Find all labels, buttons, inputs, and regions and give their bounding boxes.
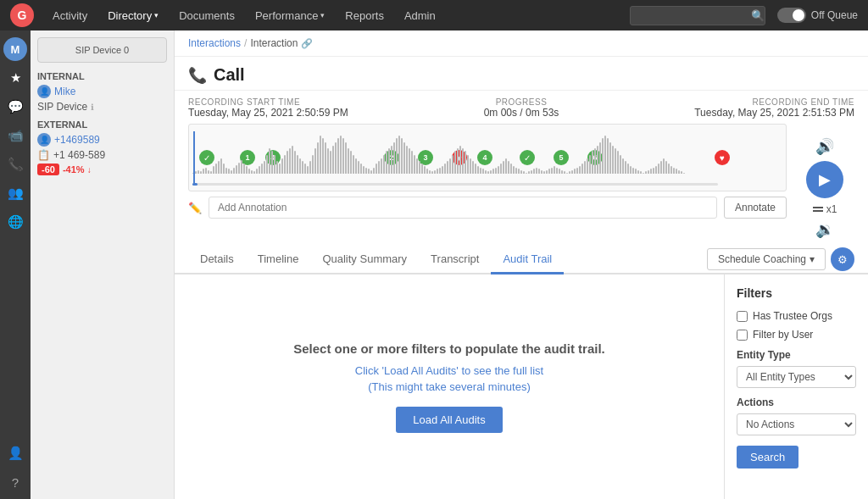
sip-device-box: SIP Device 0 <box>37 37 167 63</box>
directory-dropdown-arrow: ▾ <box>154 11 159 19</box>
playhead <box>193 131 195 184</box>
has-trustee-orgs-check: Has Trustee Orgs <box>737 310 856 322</box>
annotation-row: ✏️ Annotate <box>188 197 787 219</box>
score-badge: -60 <box>37 164 59 175</box>
sidebar-icon-video[interactable]: 📹 <box>3 124 27 147</box>
progress-label: PROGRESS <box>484 97 559 107</box>
external-phone2-row: 📋 +1 469-589 <box>37 149 167 161</box>
search-button[interactable]: Search <box>737 446 798 469</box>
entity-type-select[interactable]: All Entity Types <box>737 366 856 388</box>
audit-main-message: Select one or more filters to populate t… <box>293 341 605 356</box>
sidebar-icon-star[interactable]: ★ <box>3 66 27 90</box>
tab-details[interactable]: Details <box>188 246 246 274</box>
has-trustee-label: Has Trustee Orgs <box>753 310 832 322</box>
actions-select[interactable]: No Actions <box>737 413 856 435</box>
breadcrumb: Interactions / Interaction 🔗 <box>175 30 868 57</box>
filters-title: Filters <box>737 286 856 300</box>
sidebar-icon-chat[interactable]: 💬 <box>3 95 27 119</box>
sidebar-icon-help[interactable]: ? <box>3 470 27 494</box>
nav-item-directory[interactable]: Directory ▾ <box>99 6 167 25</box>
sidebar-icon-person[interactable]: 👤 <box>3 441 27 465</box>
global-search[interactable]: 🔍 <box>630 6 765 25</box>
internal-device-row: SIP Device ℹ <box>37 101 167 113</box>
recording-start-block: RECORDING START TIME Tuesday, May 25, 20… <box>188 97 348 119</box>
breadcrumb-separator: / <box>244 37 247 49</box>
filter-by-user-label: Filter by User <box>753 329 813 341</box>
progress-value: 0m 00s / 0m 53s <box>484 107 559 119</box>
speed-row: x1 <box>813 203 837 215</box>
external-user-icon: 👤 <box>37 133 51 147</box>
volume-down-icon[interactable]: 🔉 <box>815 220 834 239</box>
search-icon: 🔍 <box>751 9 765 22</box>
sip-device-label: SIP Device 0 <box>45 45 159 55</box>
progress-block: PROGRESS 0m 00s / 0m 53s <box>484 97 559 119</box>
info-panel: SIP Device 0 INTERNAL 👤 Mike SIP Device … <box>31 30 175 499</box>
annotate-button[interactable]: Annotate <box>724 197 787 219</box>
actions-label: Actions <box>737 396 856 408</box>
schedule-coaching-button[interactable]: Schedule Coaching ▾ <box>707 248 826 270</box>
filters-panel: Filters Has Trustee Orgs Filter by User … <box>724 274 868 499</box>
toggle-knob <box>793 9 804 21</box>
progress-fill <box>192 183 198 186</box>
icon-sidebar: M ★ 💬 📹 📞 👥 🌐 👤 ? <box>0 30 31 499</box>
tabs: Details Timeline Quality Summary Transcr… <box>175 246 868 274</box>
search-input[interactable] <box>637 9 748 21</box>
tab-quality-summary[interactable]: Quality Summary <box>310 246 419 274</box>
external-phone2-icon: 📋 <box>37 149 50 161</box>
recording-end-label: RECORDING END TIME <box>694 97 854 107</box>
load-all-audits-button[interactable]: Load All Audits <box>396 407 502 433</box>
playback-controls: 🔊 ▶ x1 🔉 <box>795 124 854 239</box>
audit-main: Select one or more filters to populate t… <box>175 274 724 499</box>
internal-section-label: INTERNAL <box>37 71 167 81</box>
nav-item-activity[interactable]: Activity <box>44 6 96 25</box>
entity-type-label: Entity Type <box>737 349 856 361</box>
trend-icon: ↓ <box>87 165 92 175</box>
queue-toggle[interactable]: Off Queue <box>777 8 858 23</box>
avatar: M <box>3 37 27 61</box>
nav-item-documents[interactable]: Documents <box>170 6 243 25</box>
tab-transcript[interactable]: Transcript <box>419 246 491 274</box>
recording-end-block: RECORDING END TIME Tuesday, May 25, 2021… <box>694 97 854 119</box>
filter-button[interactable]: ⚙ <box>831 247 854 271</box>
sidebar-icon-phone[interactable]: 📞 <box>3 152 27 176</box>
sidebar-icon-users[interactable]: 👥 <box>3 181 27 205</box>
recording-end-value: Tuesday, May 25, 2021 2:51:53 PM <box>694 107 854 119</box>
app-logo: G <box>10 3 34 27</box>
recording-meta: RECORDING START TIME Tuesday, May 25, 20… <box>188 97 854 119</box>
has-trustee-checkbox[interactable] <box>737 311 748 322</box>
content-area: Interactions / Interaction 🔗 📞 Call RECO… <box>175 30 868 499</box>
audit-sub-message-line2: (This might take several minutes) <box>368 380 530 393</box>
progress-track[interactable] <box>192 183 718 186</box>
filter-by-user-checkbox[interactable] <box>737 330 748 341</box>
breadcrumb-parent[interactable]: Interactions <box>188 37 241 49</box>
tab-actions: Schedule Coaching ▾ ⚙ <box>707 247 854 271</box>
nav-item-reports[interactable]: Reports <box>337 6 392 25</box>
speed-bar-1 <box>813 207 823 208</box>
filter-by-user-check: Filter by User <box>737 329 856 341</box>
pct-badge: -41% ↓ <box>63 164 92 175</box>
annotation-input[interactable] <box>209 197 717 219</box>
schedule-dropdown-arrow: ▾ <box>810 253 815 265</box>
queue-toggle-switch[interactable] <box>777 8 806 23</box>
nav-item-performance[interactable]: Performance ▾ <box>247 6 333 25</box>
waveform-container[interactable]: ✓ 1 4 2 3 ♥ 4 ✓ 5 6 ♥ <box>188 124 787 191</box>
breadcrumb-current: Interaction <box>250 37 298 49</box>
sidebar-icon-globe[interactable]: 🌐 <box>3 210 27 234</box>
internal-user-icon: 👤 <box>37 85 51 98</box>
external-section-label: EXTERNAL <box>37 119 167 130</box>
queue-label: Off Queue <box>811 9 858 21</box>
play-button[interactable]: ▶ <box>806 161 843 198</box>
breadcrumb-link-icon: 🔗 <box>301 38 313 49</box>
performance-dropdown-arrow: ▾ <box>320 11 325 19</box>
nav-item-admin[interactable]: Admin <box>396 6 444 25</box>
sip-info-icon[interactable]: ℹ <box>91 103 94 112</box>
waveform-bars <box>192 136 718 174</box>
tab-audit-trail[interactable]: Audit Trail <box>491 246 564 274</box>
sip-device-text: SIP Device <box>37 101 87 113</box>
tab-timeline[interactable]: Timeline <box>246 246 311 274</box>
audit-sub-message-line1: Click 'Load All Audits' to see the full … <box>355 364 543 377</box>
volume-up-icon[interactable]: 🔊 <box>815 137 834 156</box>
speed-value: x1 <box>826 203 837 215</box>
call-title: Call <box>214 65 245 85</box>
pencil-icon: ✏️ <box>188 202 202 214</box>
